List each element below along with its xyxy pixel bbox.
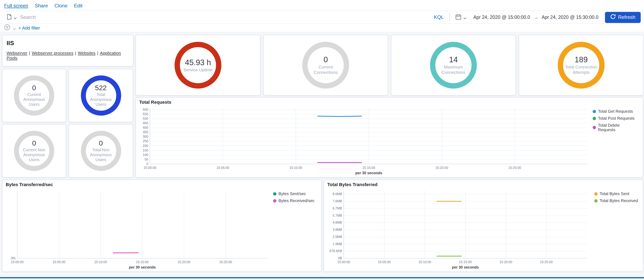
kibana-dashboard-app: Full screenShareCloneEdit KQL Apr 24, 20… xyxy=(0,0,644,280)
bottom-viewport-edge xyxy=(0,277,644,278)
legend-item-bytes-sent-sec[interactable]: Bytes Sent/sec xyxy=(273,191,316,196)
divider xyxy=(450,13,450,21)
gauge-ring: 0 Current Anonymous Users xyxy=(14,75,54,116)
svg-text:15:20:00: 15:20:00 xyxy=(178,260,190,264)
date-picker-calendar-button[interactable] xyxy=(452,14,471,21)
panel-gauge-current-anonymous-users: 0 Current Anonymous Users xyxy=(2,69,66,122)
panel-title: Total Bytes Transferred xyxy=(327,182,377,187)
filter-options-icon[interactable] xyxy=(4,24,10,32)
date-range-arrow: → xyxy=(532,14,539,20)
legend-label: Total Post Requests xyxy=(598,116,634,121)
svg-text:15:10:00: 15:10:00 xyxy=(290,166,302,169)
svg-text:15:00:00: 15:00:00 xyxy=(144,166,156,169)
nav-link-share[interactable]: Share xyxy=(35,3,48,8)
svg-text:4.8MB: 4.8MB xyxy=(332,221,342,224)
legend-item-total-get-requests[interactable]: Total Get Requests xyxy=(593,109,637,114)
gauge-value: 45.93 h xyxy=(185,58,211,67)
gauge-label: Service Uptime xyxy=(183,67,212,72)
search-input[interactable] xyxy=(20,11,430,23)
gauge-value: 0 xyxy=(324,56,328,65)
svg-text:450: 450 xyxy=(143,121,148,125)
panel-gauge-total-non-anonymous-users: 0 Total Non Anonymous Users xyxy=(68,124,133,177)
panel-gauge-service-uptime: 45.93 h Service Uptime xyxy=(136,35,260,96)
gauge-ring: 45.93 h Service Uptime xyxy=(174,42,221,89)
legend-item-total-delete-requests[interactable]: Total Delete Requests xyxy=(593,123,637,132)
svg-text:15:20:00: 15:20:00 xyxy=(436,166,448,169)
svg-text:6.7MB: 6.7MB xyxy=(332,207,342,210)
date-range-start[interactable]: Apr 24, 2020 @ 15:00:00.0 xyxy=(471,15,533,20)
svg-text:15:05:00: 15:05:00 xyxy=(52,260,65,264)
legend-item-total-bytes-received[interactable]: Total Bytes Received xyxy=(594,198,639,203)
svg-text:per 30 seconds: per 30 seconds xyxy=(129,265,156,269)
kql-button[interactable]: KQL xyxy=(430,14,448,20)
nav-link-edit[interactable]: Edit xyxy=(74,3,82,8)
total-requests-chart[interactable]: 05010015020025030035040045050055060015:0… xyxy=(138,105,592,176)
gauge-ring: 0 Current Non Anonymous Users xyxy=(14,131,54,171)
legend-item-total-post-requests[interactable]: Total Post Requests xyxy=(593,116,637,121)
refresh-icon xyxy=(610,14,616,20)
svg-text:200: 200 xyxy=(143,144,148,147)
legend-item-bytes-received-sec[interactable]: Bytes Received/sec xyxy=(273,198,316,203)
iis-link-webserver[interactable]: Webserver xyxy=(6,50,27,55)
svg-text:400: 400 xyxy=(143,126,148,129)
date-range-end[interactable]: Apr 24, 2020 @ 15:30:00.0 xyxy=(539,15,601,20)
svg-text:15:15:00: 15:15:00 xyxy=(136,260,149,264)
chevron-down-icon xyxy=(13,24,16,31)
nav-link-full-screen[interactable]: Full screen xyxy=(4,3,28,8)
gauge-value: 0 xyxy=(32,84,36,92)
nav-link-clone[interactable]: Clone xyxy=(54,3,68,8)
svg-text:50: 50 xyxy=(144,158,148,161)
gauge-value: 0 xyxy=(32,140,36,147)
svg-text:100: 100 xyxy=(143,153,148,157)
filter-bar: + Add filter xyxy=(0,24,644,32)
svg-text:2.9MB: 2.9MB xyxy=(332,235,342,239)
svg-text:15:05:00: 15:05:00 xyxy=(378,260,391,264)
legend-dot xyxy=(593,110,596,113)
gauge-label: Total Anonymous Users xyxy=(86,92,116,107)
svg-text:550: 550 xyxy=(143,112,148,116)
svg-text:0B: 0B xyxy=(338,257,342,260)
total-bytes-chart[interactable]: 0B976.6KB1.9MB2.9MB3.8MB4.8MB5.7MB6.7MB7… xyxy=(325,187,591,271)
gauge-label: Total Connection Attempts xyxy=(565,65,598,75)
legend-dot xyxy=(273,192,276,195)
refresh-label: Refresh xyxy=(618,14,636,20)
gauge-ring: 0 Current Connections xyxy=(302,42,349,89)
legend-label: Total Delete Requests xyxy=(598,123,637,132)
legend-label: Bytes Sent/sec xyxy=(278,191,306,196)
chevron-down-icon xyxy=(463,14,467,20)
gauge-label: Maximum Connections xyxy=(437,65,470,75)
chevron-down-icon xyxy=(14,14,17,20)
svg-text:0%: 0% xyxy=(11,257,16,260)
gauge-ring: 14 Maximum Connections xyxy=(430,42,477,89)
svg-text:15:10:00: 15:10:00 xyxy=(418,260,431,264)
legend-label: Total Bytes Sent xyxy=(600,191,630,196)
chart-legend: Bytes Sent/secBytes Received/sec xyxy=(273,191,316,203)
svg-text:8.6MB: 8.6MB xyxy=(332,192,342,196)
gauge-value: 0 xyxy=(99,140,103,147)
legend-dot xyxy=(593,117,596,120)
gauge-ring: 189 Total Connection Attempts xyxy=(558,42,604,89)
iis-link-websites[interactable]: Websites xyxy=(78,50,96,55)
legend-item-total-bytes-sent[interactable]: Total Bytes Sent xyxy=(594,191,639,196)
dashboard-nav-links: Full screenShareCloneEdit xyxy=(4,2,89,9)
link-separator: | xyxy=(29,50,30,55)
svg-text:1.9MB: 1.9MB xyxy=(332,242,342,246)
svg-text:15:15:00: 15:15:00 xyxy=(459,260,472,264)
saved-query-menu-button[interactable] xyxy=(3,14,20,21)
query-bar: KQL Apr 24, 2020 @ 15:00:00.0 → Apr 24, … xyxy=(0,11,644,24)
legend-label: Total Get Requests xyxy=(598,109,633,114)
add-filter-button[interactable]: + Add filter xyxy=(18,25,40,30)
svg-text:15:00:00: 15:00:00 xyxy=(11,260,24,264)
gauge-label: Total Non Anonymous Users xyxy=(86,147,116,162)
iis-link-webserver-processes[interactable]: Webserver processes xyxy=(32,50,74,55)
panel-bytes-transferred-per-sec: Bytes Transferred/sec 0%15:00:0015:05:00… xyxy=(2,180,322,272)
bytes-transferred-chart[interactable]: 0%15:00:0015:05:0015:10:0015:15:0015:20:… xyxy=(3,187,272,271)
gauge-value: 189 xyxy=(574,56,588,65)
calendar-icon xyxy=(456,14,461,21)
svg-text:5.7MB: 5.7MB xyxy=(332,214,342,217)
gauge-label: Current Connections xyxy=(309,65,342,75)
iis-links: Webserver|Webserver processes|Websites|A… xyxy=(6,50,129,60)
svg-text:per 30 seconds: per 30 seconds xyxy=(452,265,479,269)
svg-text:3.8MB: 3.8MB xyxy=(332,228,342,231)
refresh-button[interactable]: Refresh xyxy=(605,12,641,23)
